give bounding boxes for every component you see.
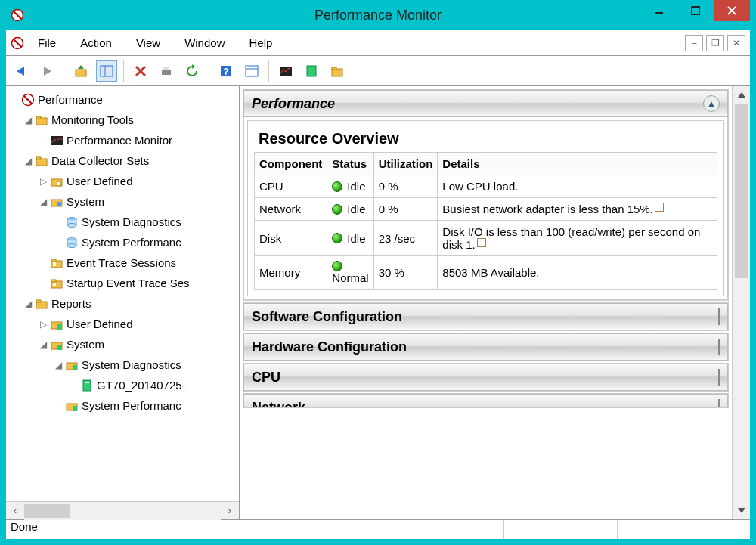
table-row: Memory Normal 30 % 8503 MB Available. <box>255 256 717 290</box>
svg-rect-30 <box>36 116 41 119</box>
mdi-minimize-button[interactable]: – <box>685 35 703 51</box>
panel-title: Hardware Configuration <box>252 339 407 355</box>
toolbar-separator <box>209 60 209 82</box>
tree-reports-user-defined[interactable]: ▷ User Defined <box>6 314 239 334</box>
collapse-icon[interactable]: ▲ <box>703 95 720 112</box>
window: Performance Monitor File Action View Win… <box>0 0 756 545</box>
minimize-button[interactable] <box>641 0 677 21</box>
tree-dcs-user-defined[interactable]: ▷ User Defined <box>6 171 239 191</box>
folder-button[interactable] <box>327 60 348 82</box>
menu-window[interactable]: Window <box>174 35 235 51</box>
status-dot-icon <box>332 233 342 243</box>
window-button[interactable] <box>241 60 262 82</box>
content-vscrollbar[interactable] <box>732 86 750 519</box>
status-dot-icon <box>332 181 342 192</box>
cpu-panel: CPU <box>243 363 729 392</box>
help-button[interactable]: ? <box>215 60 237 82</box>
chevron-down-icon: ◢ <box>36 339 50 350</box>
up-folder-button[interactable] <box>70 60 91 82</box>
mdi-close-button[interactable]: ✕ <box>727 35 745 51</box>
svg-rect-55 <box>57 345 62 350</box>
tree-label: User Defined <box>67 175 133 187</box>
svg-point-43 <box>67 243 76 247</box>
scroll-thumb[interactable] <box>735 104 748 278</box>
app-icon <box>11 8 24 22</box>
tree-reports-system-diagnostics[interactable]: ◢ System Diagnostics <box>6 355 239 375</box>
scroll-right-button[interactable]: › <box>221 502 239 520</box>
scroll-up-button[interactable] <box>733 86 750 104</box>
print-button[interactable] <box>156 60 177 82</box>
cell-details: Busiest network adapter is less than 15%… <box>438 198 717 221</box>
performance-panel-header[interactable]: Performance ▲ <box>243 90 728 117</box>
edit-icon[interactable] <box>655 203 664 212</box>
tree-label: GT70_20140725- <box>97 379 186 392</box>
cpu-header[interactable]: CPU <box>243 364 728 391</box>
window-title: Performance Monitor <box>6 8 750 23</box>
tree[interactable]: Performance ◢ Monitoring Tools Performan… <box>6 86 239 501</box>
tree-dcs-system-diagnostics[interactable]: System Diagnostics <box>6 212 239 232</box>
tree-reports-gt70[interactable]: GT70_20140725- <box>6 375 239 395</box>
perf-icon <box>21 93 35 107</box>
svg-rect-26 <box>332 67 336 70</box>
menu-action[interactable]: Action <box>70 35 122 51</box>
close-button[interactable] <box>714 0 750 21</box>
software-config-header[interactable]: Software Configuration <box>243 303 728 330</box>
tree-event-trace-sessions[interactable]: Event Trace Sessions <box>6 252 239 273</box>
menu-help[interactable]: Help <box>238 35 283 51</box>
mdi-restore-button[interactable]: ❐ <box>706 35 724 51</box>
maximize-button[interactable] <box>677 0 714 21</box>
svg-rect-45 <box>51 259 56 262</box>
tree-root-performance[interactable]: Performance <box>6 89 239 110</box>
tree-label: Performance Monitor <box>67 134 172 147</box>
tree-label: User Defined <box>67 317 133 330</box>
monitor-icon-button[interactable] <box>275 60 296 82</box>
status-text: Idle <box>347 203 365 215</box>
chevron-down-icon: ◢ <box>51 360 65 370</box>
tree-dcs-system-performance[interactable]: System Performanc <box>6 232 239 252</box>
scroll-left-button[interactable]: ‹ <box>6 502 24 520</box>
network-header[interactable]: Network <box>243 394 728 408</box>
user-folder-icon <box>50 175 64 188</box>
tree-dcs-system[interactable]: ◢ System <box>6 191 239 212</box>
tree-startup-event-trace-sessions[interactable]: Startup Event Trace Ses <box>6 273 239 293</box>
tree-reports[interactable]: ◢ Reports <box>6 293 239 314</box>
cell-details: Low CPU load. <box>438 175 717 198</box>
cell-details: 8503 MB Available. <box>438 256 717 290</box>
tree-data-collector-sets[interactable]: ◢ Data Collector Sets <box>6 150 239 171</box>
svg-marker-9 <box>44 67 51 76</box>
toolbar: ? <box>6 56 750 86</box>
delete-button[interactable] <box>130 60 151 82</box>
menu-file[interactable]: File <box>27 35 67 51</box>
cell-status: Idle <box>327 221 373 256</box>
cell-util: 9 % <box>373 175 438 198</box>
scroll-track[interactable] <box>733 104 750 501</box>
mdi-controls: – ❐ ✕ <box>685 35 745 51</box>
panel-title: Software Configuration <box>252 309 402 325</box>
tree-label: Performance <box>38 93 103 106</box>
tree-reports-system-performance[interactable]: System Performanc <box>6 395 239 416</box>
tree-monitoring-tools[interactable]: ◢ Monitoring Tools <box>6 110 239 130</box>
tree-reports-system[interactable]: ◢ System <box>6 334 239 355</box>
edit-icon[interactable] <box>477 238 486 247</box>
menu-view[interactable]: View <box>125 35 171 51</box>
show-tree-button[interactable] <box>96 60 117 82</box>
forward-button[interactable] <box>36 60 57 82</box>
status-text: Normal <box>332 271 368 284</box>
hardware-config-header[interactable]: Hardware Configuration <box>243 333 728 361</box>
tree-hscrollbar[interactable]: ‹ › <box>6 501 239 519</box>
scroll-down-button[interactable] <box>733 501 750 519</box>
book-icon-button[interactable] <box>301 60 322 82</box>
scroll-thumb[interactable] <box>24 504 70 518</box>
toolbar-separator <box>123 60 124 82</box>
status-text: Done <box>11 520 503 539</box>
col-component: Component <box>255 153 327 175</box>
report-icon <box>718 308 720 325</box>
refresh-button[interactable] <box>181 60 203 82</box>
svg-rect-3 <box>692 7 699 14</box>
scroll-track[interactable] <box>24 502 221 520</box>
back-button[interactable] <box>11 60 32 82</box>
tree-label: System <box>67 338 104 351</box>
tree-performance-monitor[interactable]: Performance Monitor <box>6 130 239 150</box>
svg-rect-10 <box>76 70 86 76</box>
app-menu-icon[interactable] <box>11 36 24 50</box>
